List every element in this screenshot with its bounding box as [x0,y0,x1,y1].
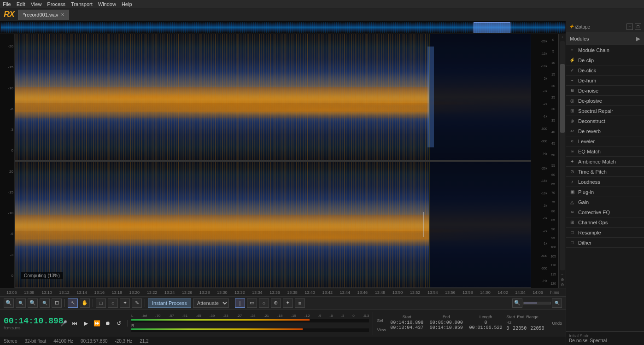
hz-label: Hz [506,320,511,325]
fast-forward-button[interactable]: ⏩ [92,320,101,327]
sel-view-info: Sel View Start 00:14:10.898 00:13:04.437… [373,313,548,334]
plug-in-item[interactable]: ▣ Plug-in [566,187,644,197]
bit-depth-status: 32-bit float [24,339,46,344]
zoom-in-vert[interactable]: + [561,35,563,39]
de-noise-item[interactable]: ≋ De-noise [566,86,644,96]
time-pitch-item[interactable]: ⊙ Time & Pitch [566,167,644,177]
undo-label: Undo [552,321,562,326]
zoom-in-freq-button[interactable]: 🔍 [28,298,38,308]
gain-item[interactable]: △ Gain [566,197,644,207]
menu-view[interactable]: View [31,1,42,7]
plug-in-icon: ▣ [569,189,575,195]
hand-tool-button[interactable]: ✋ [80,298,90,308]
de-click-icon: ✓ [569,67,575,74]
db-status: -20,3 Hz [115,339,132,344]
vertical-scroll[interactable]: + − ⊕ ⊖ [558,34,566,288]
stereo-status: Stereo [4,339,17,344]
modules-arrow[interactable]: ▶ [636,35,640,42]
zoom-out-vert[interactable]: − [561,272,563,276]
record-button[interactable]: ⏺ [103,320,112,327]
de-reverb-item[interactable]: ↩ De-reverb [566,126,644,136]
title-bar: RX *record001.wav × [0,8,644,21]
file-tab[interactable]: *record001.wav × [18,10,69,20]
de-noise-label: De-noise [578,88,641,94]
resample-item[interactable]: □ Resample [566,228,644,238]
de-clip-label: De-clip [578,58,641,63]
view-length: 00:01:06.522 [467,325,505,330]
menu-transport[interactable]: Transport [71,1,93,7]
loop-button[interactable]: ↺ [114,320,123,327]
initial-state-value: De-noise: Spectral [569,338,641,343]
menu-process[interactable]: Process [47,1,65,7]
de-hum-item[interactable]: ⌁ De-hum [566,76,644,86]
length-col: Length 0 00:01:06.522 [467,315,505,332]
spectral-repair-icon: ⊞ [569,108,575,114]
panel-minimize-button[interactable]: − [626,23,633,30]
menu-help[interactable]: Help [122,1,132,7]
vu-labels: L -Inf-70-57-51 -45-39-33-27 -24-21-18-1… [131,314,369,318]
menu-window[interactable]: Window [98,1,116,7]
spectral-repair-item[interactable]: ⊞ Spectral Repair [566,106,644,116]
corrective-eq-icon: ≃ [569,209,575,216]
zoom-fit-vert[interactable]: ⊕ [561,277,564,282]
overview-strip[interactable] [0,21,566,34]
module-chain-item[interactable]: ≡ Module Chain [566,45,644,55]
loudness-item[interactable]: ♪ Loudness [566,177,644,187]
spectrogram-main[interactable]: Computing (13%) [15,34,531,288]
brush-tool-button[interactable]: ○ [259,298,269,308]
dither-item[interactable]: □ Dither [566,238,644,248]
snap-button[interactable]: ✦ [283,298,293,308]
channel-ops-label: Channel Ops [578,220,641,225]
spectrogram-view-button[interactable]: | [235,298,245,308]
time-pitch-label: Time & Pitch [578,169,641,175]
channels-container[interactable]: -20-15-10-6 -30 -20-15-10-6 -30 [0,34,566,288]
rewind-button[interactable]: ⏮ [70,320,79,327]
hz-col: Start End Range Hz 0 22050 22050 [506,315,544,332]
zoom-out-freq-button[interactable]: 🔍 [40,298,50,308]
zoom-plus-button[interactable]: 🔍 [552,298,562,308]
view-end: 00:14:10.959 [427,325,465,330]
tab-close-button[interactable]: × [61,12,64,18]
corrective-eq-item[interactable]: ≃ Corrective EQ [566,207,644,217]
magic-select-button[interactable]: ✦ [120,298,130,308]
toolbar: 🔍 🔍 🔍 🔍 ⊡ ↖ ✋ □ ○ ✦ ✎ Instant Process At… [0,296,566,309]
channel-ops-item[interactable]: ⊞ Channel Ops [566,217,644,228]
process-mode-select[interactable]: Attenuate [193,298,229,308]
ambience-match-item[interactable]: ✦ Ambience Match [566,157,644,167]
dither-icon: □ [569,240,575,246]
zoom-in-time-button[interactable]: 🔍 [4,298,14,308]
zoom-slider[interactable] [523,302,551,304]
pencil-button[interactable]: ✎ [132,298,142,308]
spectral-repair-label: Spectral Repair [578,108,641,114]
zoom-out-time-button[interactable]: 🔍 [16,298,26,308]
zoom-reset-vert[interactable]: ⊖ [561,282,564,287]
time-format-label: h:m:s.ms [4,326,51,330]
leveler-item[interactable]: ≈ Leveler [566,136,644,146]
select-tool-button[interactable]: ↖ [68,298,78,308]
freq-select-button[interactable]: ⊕ [271,298,281,308]
waveform-view-button[interactable]: ▭ [247,298,257,308]
playhead-top [429,34,429,160]
instant-process-button[interactable]: Instant Process [148,298,191,308]
de-clip-item[interactable]: ⚡ De-clip [566,55,644,65]
view-label: View [377,327,386,332]
menu-edit[interactable]: Edit [17,1,25,7]
lasso-button[interactable]: ○ [108,298,118,308]
tab-bar: *record001.wav × [18,8,69,21]
play-button[interactable]: ▶ [81,320,90,327]
zoom-minus-button[interactable]: 🔍 [512,298,522,308]
initial-state-label: Initial State [569,333,641,338]
menu-file[interactable]: File [3,1,11,7]
mic-button[interactable]: 🎤 [59,320,68,327]
eq-match-item[interactable]: ≃ EQ Match [566,146,644,157]
ruler-button[interactable]: ≡ [295,298,305,308]
de-click-item[interactable]: ✓ De-click [566,65,644,76]
end-hz-label: End [517,315,524,319]
de-plosive-item[interactable]: ◎ De-plosive [566,96,644,106]
channel-bottom: Computing (13%) [15,162,531,288]
zoom-fit-button[interactable]: ⊡ [52,298,62,308]
deconstruct-item[interactable]: ⊕ Deconstruct [566,116,644,126]
leveler-label: Leveler [578,139,641,144]
panel-maximize-button[interactable]: □ [635,23,641,30]
rect-select-button[interactable]: □ [96,298,106,308]
